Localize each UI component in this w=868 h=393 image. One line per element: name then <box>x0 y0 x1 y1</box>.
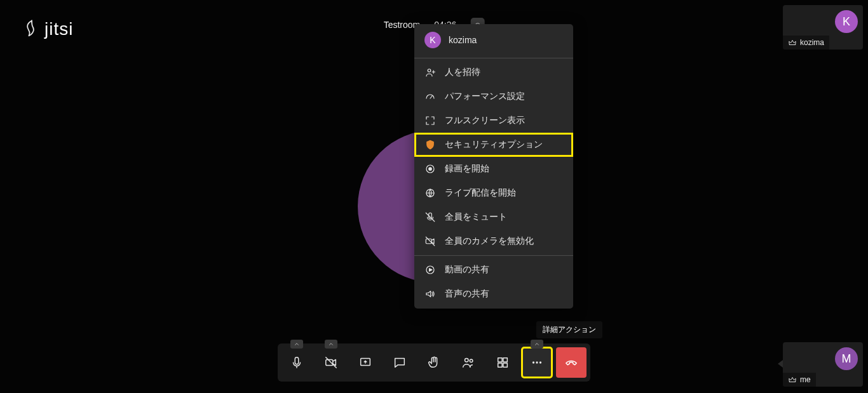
participant-name: kozima <box>800 38 824 47</box>
share-screen-icon <box>358 356 372 370</box>
chat-icon <box>393 356 407 370</box>
participant-label: kozima <box>783 36 829 50</box>
camera-button[interactable] <box>316 347 346 378</box>
menu-item-performance[interactable]: パフォーマンス設定 <box>414 84 573 109</box>
menu-item-label: 録画を開始 <box>445 163 489 175</box>
participant-label: me <box>783 373 816 387</box>
avatar: K <box>424 32 441 48</box>
svg-rect-5 <box>498 358 502 362</box>
divider <box>414 255 573 256</box>
divider <box>414 58 573 58</box>
toolbox <box>278 343 590 382</box>
camera-off-icon <box>324 356 338 370</box>
chevron-up-icon <box>294 341 300 347</box>
menu-item-label: 全員をミュート <box>445 211 507 223</box>
menu-user-header[interactable]: K kozima <box>414 24 573 56</box>
svg-point-12 <box>428 69 431 72</box>
participant-name: me <box>800 375 811 384</box>
tooltip-more-actions: 詳細アクション <box>536 321 602 338</box>
tile-view-button[interactable] <box>487 347 518 378</box>
chat-button[interactable] <box>384 347 415 378</box>
menu-item-fullscreen[interactable]: フルスクリーン表示 <box>414 109 573 133</box>
more-actions-button[interactable] <box>522 347 552 378</box>
camera-off-icon <box>424 236 436 247</box>
more-dots-icon <box>530 356 544 370</box>
jitsi-icon <box>23 19 41 39</box>
menu-item-label: フルスクリーン表示 <box>445 115 525 126</box>
menu-item-security[interactable]: セキュリティオプション <box>414 133 573 157</box>
menu-item-share-audio[interactable]: 音声の共有 <box>414 282 573 306</box>
globe-icon <box>424 187 436 199</box>
menu-item-record[interactable]: 録画を開始 <box>414 157 573 181</box>
fullscreen-icon <box>424 115 436 126</box>
svg-rect-6 <box>503 358 507 362</box>
menu-item-label: パフォーマンス設定 <box>445 91 525 102</box>
brand-logo: jitsi <box>23 19 73 39</box>
hangup-icon <box>564 356 578 370</box>
svg-point-4 <box>470 359 473 363</box>
record-icon <box>424 163 436 175</box>
chevron-up-icon <box>534 341 540 347</box>
svg-rect-0 <box>295 357 299 364</box>
more-actions-menu: K kozima 人を招待 パフォーマンス設定 フルスクリーン表示 セキュリティ… <box>414 24 573 309</box>
svg-point-3 <box>465 359 469 363</box>
menu-item-share-video[interactable]: 動画の共有 <box>414 258 573 282</box>
microphone-icon <box>290 356 304 370</box>
participants-button[interactable] <box>453 347 484 378</box>
participant-tile-local[interactable]: M me <box>783 342 863 387</box>
raise-hand-button[interactable] <box>419 347 449 378</box>
hangup-button[interactable] <box>556 347 587 378</box>
grid-icon <box>496 356 510 370</box>
gauge-icon <box>424 91 436 102</box>
brand-name: jitsi <box>44 19 73 39</box>
mic-off-icon <box>424 211 436 223</box>
hand-icon <box>427 356 441 370</box>
menu-username: kozima <box>449 35 477 45</box>
menu-item-label: セキュリティオプション <box>445 139 543 150</box>
invite-icon <box>424 67 436 78</box>
volume-icon <box>424 288 436 300</box>
svg-rect-7 <box>498 363 502 367</box>
chevron-up-icon <box>328 341 334 347</box>
avatar-initial: K <box>430 35 435 45</box>
menu-item-label: 人を招待 <box>445 67 480 78</box>
menu-item-livestream[interactable]: ライブ配信を開始 <box>414 181 573 205</box>
avatar: M <box>835 347 858 370</box>
filmstrip-indicator-icon <box>778 360 783 368</box>
menu-item-label: 全員のカメラを無効化 <box>445 236 534 247</box>
svg-point-10 <box>536 361 538 363</box>
avatar-initial: K <box>843 15 850 29</box>
participant-tile-remote[interactable]: K kozima <box>783 5 863 50</box>
svg-rect-8 <box>503 363 507 367</box>
play-circle-icon <box>424 264 436 276</box>
share-screen-button[interactable] <box>350 347 381 378</box>
mic-button[interactable] <box>281 347 312 378</box>
camera-expand-chip[interactable] <box>325 340 337 349</box>
svg-point-14 <box>429 168 432 171</box>
menu-item-disable-cameras[interactable]: 全員のカメラを無効化 <box>414 229 573 253</box>
menu-item-mute-all[interactable]: 全員をミュート <box>414 205 573 229</box>
mic-expand-chip[interactable] <box>290 340 303 349</box>
moderator-crown-icon <box>788 38 797 47</box>
moderator-crown-icon <box>788 375 797 384</box>
avatar: K <box>835 10 858 33</box>
menu-item-invite[interactable]: 人を招待 <box>414 60 573 84</box>
menu-item-label: 音声の共有 <box>445 288 489 300</box>
svg-point-9 <box>532 361 534 363</box>
shield-icon <box>424 139 436 150</box>
menu-item-label: ライブ配信を開始 <box>445 187 516 199</box>
participants-icon <box>461 356 475 370</box>
more-expand-chip[interactable] <box>531 340 543 349</box>
svg-point-11 <box>539 361 541 363</box>
menu-item-label: 動画の共有 <box>445 264 489 276</box>
avatar-initial: M <box>842 352 851 366</box>
